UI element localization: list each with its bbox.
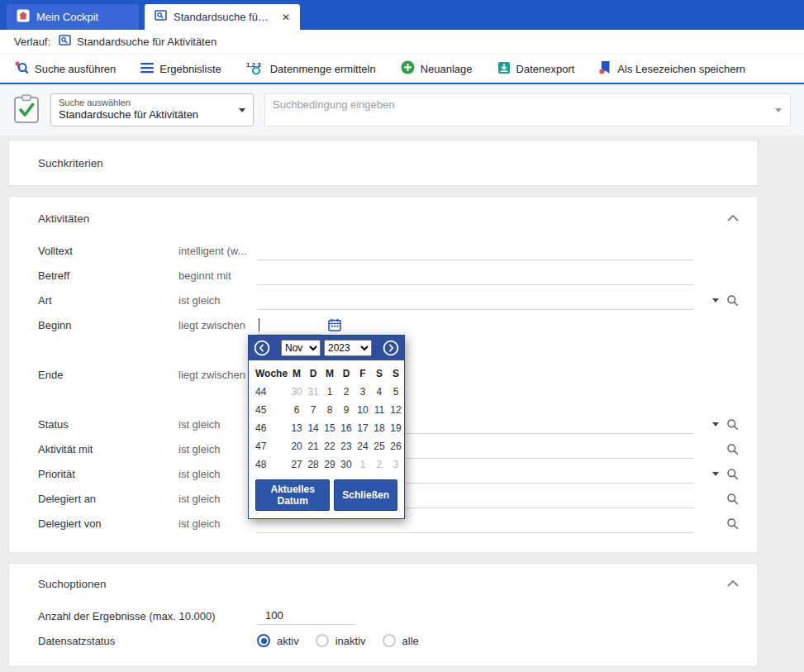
week-number: 47 <box>249 437 288 455</box>
day-cell[interactable]: 31 <box>305 383 321 401</box>
collapse-section-button[interactable] <box>727 215 739 222</box>
radio-aktiv[interactable]: aktiv <box>257 634 299 647</box>
lookup-search-icon[interactable] <box>726 493 739 505</box>
previous-month-button[interactable] <box>254 340 270 356</box>
calendar-week-row: 46 13 14 15 16 17 18 19 <box>249 419 404 437</box>
day-cell[interactable]: 7 <box>305 401 321 419</box>
history-label: Verlauf: <box>14 36 50 48</box>
day-cell[interactable]: 19 <box>388 419 404 437</box>
day-cell[interactable]: 15 <box>321 419 338 437</box>
dropdown-caret-icon[interactable] <box>712 422 719 427</box>
day-cell[interactable]: 3 <box>388 455 404 474</box>
button-label: Suche ausführen <box>35 63 116 75</box>
chevron-left-circle-icon <box>254 340 270 356</box>
current-date-button[interactable]: Aktuelles Datum <box>255 479 330 511</box>
tab-standardsuche[interactable]: Standardsuche für A... ✕ <box>145 4 300 30</box>
calendar-week-row: 47 20 21 22 23 24 25 26 <box>249 437 404 455</box>
day-cell[interactable]: 9 <box>338 401 354 419</box>
history-entry[interactable]: Standardsuche für Aktivitäten <box>59 35 216 49</box>
day-cell[interactable]: 14 <box>305 419 321 437</box>
text-caret <box>259 318 259 331</box>
home-icon <box>17 9 30 25</box>
day-cell[interactable]: 4 <box>371 383 388 401</box>
history-entry-label: Standardsuche für Aktivitäten <box>77 36 216 48</box>
close-picker-button[interactable]: Schließen <box>334 479 397 511</box>
search-select-value: Standardsuche für Aktivitäten <box>59 108 231 122</box>
data-export-button[interactable]: Datenexport <box>497 61 575 77</box>
day-cell[interactable]: 12 <box>388 401 404 419</box>
lookup-search-icon[interactable] <box>726 294 739 307</box>
calendar-icon[interactable] <box>328 318 341 331</box>
condition-label: ist gleich <box>178 493 257 505</box>
collapse-section-button[interactable] <box>727 580 739 587</box>
result-list-button[interactable]: Ergebnisliste <box>140 62 221 76</box>
radio-inaktiv[interactable]: inaktiv <box>316 634 366 647</box>
radio-alle[interactable]: alle <box>383 634 419 647</box>
day-cell[interactable]: 27 <box>288 455 305 474</box>
field-label: Delegiert an <box>38 493 178 505</box>
search-run-icon <box>14 60 29 78</box>
day-cell[interactable]: 30 <box>338 455 354 474</box>
count-records-button[interactable]: 1,2,3 Datenmenge ermitteln <box>246 60 376 78</box>
record-status-row: Datensatzstatus aktiv inaktiv alle <box>38 628 739 653</box>
day-cell[interactable]: 26 <box>388 437 404 455</box>
day-cell[interactable]: 6 <box>288 401 305 419</box>
day-cell[interactable]: 2 <box>338 383 354 401</box>
new-record-button[interactable]: Neuanlage <box>401 60 473 77</box>
save-bookmark-button[interactable]: Als Lesezeichen speichern <box>599 60 745 77</box>
criteria-row-volltext: Volltext intelligent (w... <box>38 238 739 263</box>
day-cell[interactable]: 1 <box>321 383 338 401</box>
tab-mein-cockpit[interactable]: Mein Cockpit <box>7 4 139 30</box>
next-month-button[interactable] <box>383 340 399 356</box>
volltext-input[interactable] <box>257 241 694 260</box>
lookup-search-icon[interactable] <box>726 443 739 455</box>
day-cell[interactable]: 5 <box>388 383 404 401</box>
day-cell[interactable]: 18 <box>371 419 388 437</box>
dropdown-caret-icon[interactable] <box>712 298 719 303</box>
day-cell[interactable]: 17 <box>354 419 371 437</box>
day-cell[interactable]: 13 <box>288 419 305 437</box>
year-select[interactable]: 2023 <box>324 340 372 356</box>
date-picker-footer: Aktuelles Datum Schließen <box>249 475 404 518</box>
day-cell[interactable]: 8 <box>321 401 338 419</box>
month-select[interactable]: Nov <box>281 340 321 356</box>
day-cell[interactable]: 22 <box>321 437 338 455</box>
list-icon <box>140 62 154 76</box>
day-cell[interactable]: 25 <box>371 437 388 455</box>
search-select-dropdown[interactable]: Suche auswählen Standardsuche für Aktivi… <box>50 93 254 126</box>
main-content: Suchkriterien Aktivitäten Volltext intel… <box>0 136 804 667</box>
close-tab-icon[interactable]: ✕ <box>282 12 290 22</box>
day-cell[interactable]: 20 <box>288 437 305 455</box>
radio-label: aktiv <box>277 635 299 647</box>
day-cell[interactable]: 3 <box>354 383 371 401</box>
beginn-date-input[interactable] <box>257 315 321 335</box>
search-condition-input[interactable] <box>264 93 791 126</box>
day-cell[interactable]: 2 <box>371 455 388 474</box>
results-count-input[interactable] <box>257 607 354 625</box>
record-status-label: Datensatzstatus <box>38 635 257 647</box>
results-count-label: Anzahl der Ergebnisse (max. 10.000) <box>38 610 257 622</box>
day-cell[interactable]: 1 <box>354 455 371 474</box>
day-cell[interactable]: 11 <box>371 401 388 419</box>
betreff-input[interactable] <box>257 265 694 285</box>
day-cell[interactable]: 28 <box>305 455 321 474</box>
section-title: Suchkriterien <box>38 157 103 169</box>
day-cell[interactable]: 16 <box>338 419 354 437</box>
lookup-search-icon[interactable] <box>726 517 739 530</box>
condition-label: ist gleich <box>178 418 257 431</box>
lookup-search-icon[interactable] <box>726 418 739 431</box>
day-cell[interactable]: 30 <box>288 383 305 401</box>
day-cell[interactable]: 24 <box>354 437 371 455</box>
criteria-row-beginn: Beginn liegt zwischen <box>38 312 739 337</box>
run-search-button[interactable]: Suche ausführen <box>14 60 116 78</box>
dropdown-caret-icon[interactable] <box>712 472 719 476</box>
art-input[interactable] <box>257 290 694 310</box>
day-cell[interactable]: 23 <box>338 437 354 455</box>
lookup-search-icon[interactable] <box>726 468 739 480</box>
day-cell[interactable]: 10 <box>354 401 371 419</box>
day-cell[interactable]: 21 <box>305 437 321 455</box>
calendar-week-row: 44 30 31 1 2 3 4 5 <box>249 383 404 401</box>
field-label: Betreff <box>38 269 178 282</box>
condition-label: ist gleich <box>178 294 257 307</box>
day-cell[interactable]: 29 <box>321 455 338 474</box>
